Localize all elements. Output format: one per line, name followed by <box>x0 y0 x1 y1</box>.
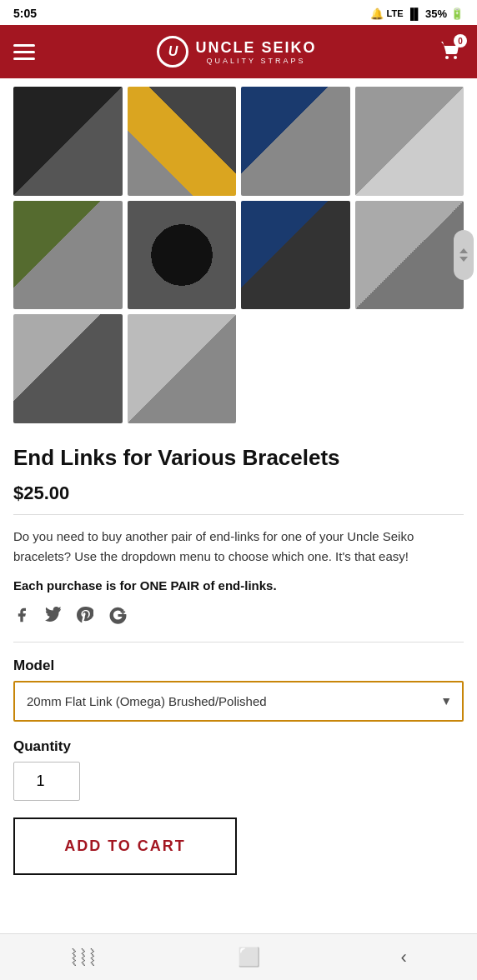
product-thumb-2[interactable] <box>128 87 237 196</box>
product-thumb-6[interactable] <box>128 201 237 310</box>
logo-text: UNCLE SEIKO QUALITY STRAPS <box>195 39 316 65</box>
nav-home-icon[interactable]: ⬜ <box>238 947 260 968</box>
model-select[interactable]: 20mm Flat Link (Omega) Brushed/Polished … <box>13 681 464 722</box>
product-thumb-1[interactable] <box>13 87 123 196</box>
scroll-up-arrow <box>459 248 468 253</box>
product-images-section <box>0 78 477 432</box>
product-note: Each purchase is for ONE PAIR of end-lin… <box>13 578 464 592</box>
product-thumb-4[interactable] <box>355 87 464 196</box>
site-header: U UNCLE SEIKO QUALITY STRAPS 0 <box>0 25 477 78</box>
status-time: 5:05 <box>13 7 37 20</box>
lte-icon: LTE <box>387 8 404 18</box>
nav-back-icon[interactable]: ‹ <box>401 947 407 968</box>
quantity-input[interactable] <box>13 762 80 801</box>
product-description: Do you need to buy another pair of end-l… <box>13 527 464 567</box>
divider-1 <box>13 514 464 515</box>
form-section: Model 20mm Flat Link (Omega) Brushed/Pol… <box>0 658 477 875</box>
logo-letter: U <box>157 36 188 68</box>
facebook-icon[interactable] <box>13 607 30 628</box>
product-thumb-7[interactable] <box>241 201 350 310</box>
hamburger-menu[interactable] <box>13 44 35 60</box>
cart-count: 0 <box>454 34 467 48</box>
googleplus-icon[interactable] <box>108 606 127 628</box>
twitter-icon[interactable] <box>45 607 62 628</box>
svg-point-1 <box>454 56 457 59</box>
nav-recents-icon[interactable]: ⦚⦚⦚ <box>70 947 98 968</box>
quantity-label: Quantity <box>13 738 464 755</box>
site-logo: U UNCLE SEIKO QUALITY STRAPS <box>157 36 316 68</box>
add-to-cart-button[interactable]: ADD TO CART <box>13 818 237 875</box>
image-grid <box>13 87 464 423</box>
social-icons <box>13 606 464 628</box>
product-title: End Links for Various Bracelets <box>13 445 464 471</box>
cart-button[interactable]: 0 <box>439 38 464 66</box>
alarm-icon: 🔔 <box>370 8 384 20</box>
model-label: Model <box>13 658 464 674</box>
model-select-wrapper: 20mm Flat Link (Omega) Brushed/Polished … <box>13 681 464 722</box>
status-bar: 5:05 🔔 LTE ▐▌ 35% 🔋 <box>0 0 477 25</box>
battery-icon: 🔋 <box>450 8 464 20</box>
signal-icon: ▐▌ <box>407 8 422 20</box>
product-info: End Links for Various Bracelets $25.00 D… <box>0 432 477 642</box>
product-thumb-5[interactable] <box>13 201 123 310</box>
battery-text: 35% <box>425 8 447 20</box>
product-thumb-9[interactable] <box>13 314 123 423</box>
product-thumb-10[interactable] <box>128 314 237 423</box>
bottom-navigation: ⦚⦚⦚ ⬜ ‹ <box>0 933 477 980</box>
scroll-down-arrow <box>459 257 468 262</box>
product-thumb-8[interactable] <box>355 201 464 310</box>
product-price: $25.00 <box>13 482 464 504</box>
divider-2 <box>13 642 464 642</box>
status-icons: 🔔 LTE ▐▌ 35% 🔋 <box>370 8 464 20</box>
svg-point-0 <box>445 56 449 59</box>
pinterest-icon[interactable] <box>77 607 93 628</box>
scroll-indicator[interactable] <box>454 230 474 280</box>
product-thumb-3[interactable] <box>241 87 350 196</box>
